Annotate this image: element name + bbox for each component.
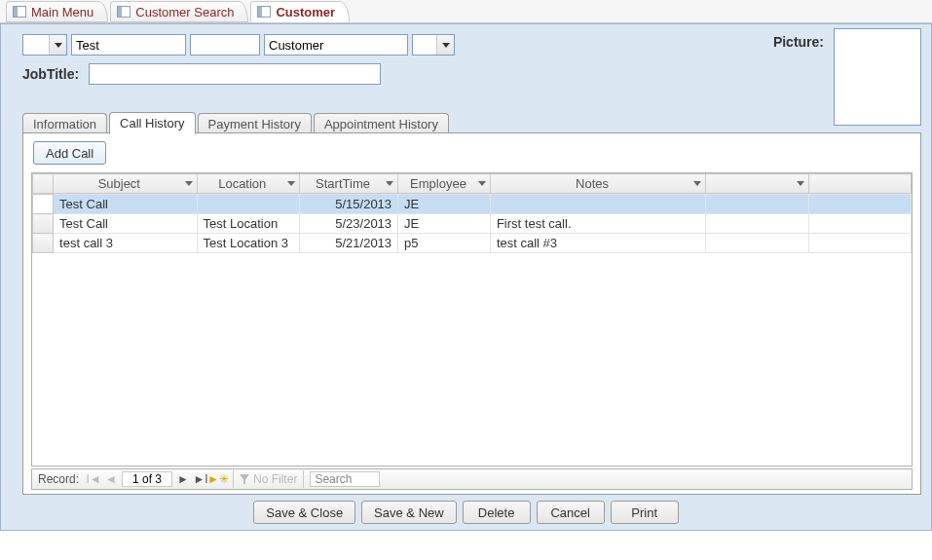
cell-location[interactable]: Test Location 3 <box>197 234 299 253</box>
customer-form: Picture: JobTitle: Information Call Hist… <box>0 23 932 531</box>
cell-extra[interactable] <box>706 195 808 214</box>
last-name-input[interactable] <box>264 34 408 56</box>
cell-subject[interactable]: Test Call <box>54 214 198 234</box>
delete-button[interactable]: Delete <box>463 501 531 524</box>
separator <box>233 470 234 488</box>
nav-new-button[interactable]: ►✳ <box>209 470 227 488</box>
cell-notes[interactable]: test call #3 <box>490 234 705 253</box>
col-label: Location <box>218 176 266 191</box>
table-row[interactable]: test call 3 Test Location 3 5/21/2013 p5… <box>33 234 912 253</box>
doc-tab-label: Main Menu <box>31 5 93 19</box>
col-subject[interactable]: Subject <box>54 174 198 194</box>
add-call-button[interactable]: Add Call <box>33 141 106 165</box>
cell-employee[interactable]: p5 <box>398 234 491 253</box>
record-position-input[interactable] <box>122 471 172 487</box>
tab-payment-history[interactable]: Payment History <box>198 113 312 134</box>
cell-extra[interactable] <box>808 214 911 234</box>
form-icon <box>117 6 130 18</box>
tab-call-history[interactable]: Call History <box>109 112 195 134</box>
table-row[interactable]: Test Call 5/15/2013 JE <box>33 195 912 214</box>
search-input[interactable] <box>310 471 380 487</box>
cell-notes[interactable] <box>490 195 705 214</box>
jobtitle-input[interactable] <box>89 63 381 85</box>
cell-extra[interactable] <box>808 195 911 214</box>
dropdown-icon[interactable] <box>436 35 454 55</box>
document-tab-strip: Main Menu Customer Search Customer <box>0 0 932 23</box>
doc-tab-customer-search[interactable]: Customer Search <box>110 1 248 22</box>
row-selector[interactable] <box>33 234 54 253</box>
save-new-button[interactable]: Save & New <box>361 501 457 524</box>
doc-tab-main-menu[interactable]: Main Menu <box>6 1 108 22</box>
nav-next-button[interactable]: ► <box>174 470 192 488</box>
call-grid-header: Subject Location StartTime Employee Note… <box>32 173 912 194</box>
doc-tab-customer[interactable]: Customer <box>250 1 350 22</box>
separator <box>303 470 304 488</box>
dropdown-icon[interactable] <box>287 181 295 186</box>
cell-extra[interactable] <box>706 214 808 234</box>
record-label: Record: <box>32 472 85 486</box>
dropdown-icon[interactable] <box>693 181 701 186</box>
tab-information[interactable]: Information <box>22 113 107 134</box>
col-employee[interactable]: Employee <box>398 174 491 194</box>
cell-subject[interactable]: test call 3 <box>54 234 198 253</box>
subtab-strip: Information Call History Payment History… <box>22 110 451 133</box>
nav-prev-button[interactable]: ◄ <box>102 470 120 488</box>
suffix-input[interactable] <box>413 35 436 55</box>
cell-location[interactable] <box>197 195 299 214</box>
dropdown-icon[interactable] <box>49 35 66 55</box>
picture-label: Picture: <box>773 34 824 50</box>
doc-tab-label: Customer <box>276 5 335 19</box>
prefix-input[interactable] <box>23 35 49 55</box>
col-label: StartTime <box>316 176 370 191</box>
cell-location[interactable]: Test Location <box>197 214 299 234</box>
filter-indicator[interactable]: No Filter <box>240 472 297 486</box>
call-grid-body: Test Call 5/15/2013 JE Test Call Test Lo… <box>32 194 912 253</box>
tab-appointment-history[interactable]: Appointment History <box>314 113 449 134</box>
cell-employee[interactable]: JE <box>398 195 491 214</box>
suffix-combo[interactable] <box>412 34 455 56</box>
table-row[interactable]: Test Call Test Location 5/23/2013 JE Fir… <box>33 214 912 234</box>
col-notes[interactable]: Notes <box>490 174 705 194</box>
save-close-button[interactable]: Save & Close <box>253 501 355 524</box>
col-location[interactable]: Location <box>197 174 299 194</box>
cell-starttime[interactable]: 5/21/2013 <box>299 234 397 253</box>
col-starttime[interactable]: StartTime <box>299 174 397 194</box>
col-extra-2[interactable] <box>808 174 911 194</box>
jobtitle-row: JobTitle: <box>22 63 381 85</box>
form-icon <box>13 6 26 18</box>
picture-box[interactable] <box>834 28 921 126</box>
cell-starttime[interactable]: 5/15/2013 <box>299 195 397 214</box>
form-icon <box>257 6 271 18</box>
doc-tab-label: Customer Search <box>135 5 234 19</box>
col-label: Subject <box>98 176 140 191</box>
cell-employee[interactable]: JE <box>398 214 491 234</box>
row-selector[interactable] <box>33 195 54 214</box>
nav-first-button[interactable]: I◄ <box>85 470 102 488</box>
dropdown-icon[interactable] <box>797 181 804 186</box>
cell-notes[interactable]: First test call. <box>490 214 705 234</box>
funnel-icon <box>240 474 249 484</box>
select-all-header[interactable] <box>33 174 54 194</box>
cell-extra[interactable] <box>706 234 808 253</box>
call-history-panel: Add Call Subject Location StartTime Empl… <box>22 132 921 495</box>
prefix-combo[interactable] <box>22 34 67 56</box>
middle-name-input[interactable] <box>190 34 260 56</box>
col-label: Employee <box>410 176 466 191</box>
cell-extra[interactable] <box>808 234 911 253</box>
first-name-input[interactable] <box>71 34 186 56</box>
cancel-button[interactable]: Cancel <box>537 501 605 524</box>
record-navigator: Record: I◄ ◄ ► ►I ►✳ No Filter <box>31 468 913 490</box>
call-grid: Subject Location StartTime Employee Note… <box>31 172 913 467</box>
cell-subject[interactable]: Test Call <box>54 195 198 214</box>
row-selector[interactable] <box>33 214 54 234</box>
col-label: Notes <box>576 176 609 191</box>
print-button[interactable]: Print <box>611 501 679 524</box>
col-extra-1[interactable] <box>706 174 808 194</box>
jobtitle-label: JobTitle: <box>22 66 79 82</box>
dropdown-icon[interactable] <box>386 181 393 186</box>
cell-starttime[interactable]: 5/23/2013 <box>299 214 397 234</box>
dropdown-icon[interactable] <box>185 181 193 186</box>
filter-label: No Filter <box>253 472 297 486</box>
dropdown-icon[interactable] <box>478 181 486 186</box>
footer-buttons: Save & Close Save & New Delete Cancel Pr… <box>1 501 931 524</box>
